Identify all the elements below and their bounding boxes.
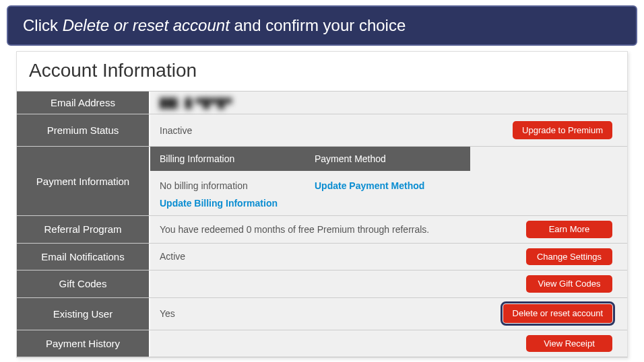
row-gift-codes: Gift Codes View Gift Codes — [17, 270, 627, 297]
label-existing-user: Existing User — [17, 298, 150, 330]
earn-more-button[interactable]: Earn More — [526, 221, 612, 238]
label-notifications: Email Notifications — [17, 244, 150, 270]
payment-section: Billing Information Payment Method No bi… — [150, 147, 627, 215]
update-method-link[interactable]: Update Payment Method — [315, 180, 451, 191]
page-title: Account Information — [17, 52, 627, 91]
account-info-table: Email Address ██▌ █ ▀█▀█▀ Premium Status… — [17, 91, 627, 357]
value-gift-codes: View Gift Codes — [150, 270, 627, 297]
no-billing-text: No billing information — [160, 180, 296, 191]
value-notifications: Active Change Settings — [150, 244, 627, 270]
value-payment-history: View Receipt — [150, 330, 627, 357]
payment-subcontent: No billing information Update Billing In… — [150, 171, 627, 215]
premium-status-text: Inactive — [160, 125, 192, 136]
account-info-panel: Account Information Email Address ██▌ █ … — [16, 51, 628, 358]
payment-subheaders: Billing Information Payment Method — [150, 147, 470, 171]
banner-prefix: Click — [23, 16, 63, 34]
row-referral: Referral Program You have redeemed 0 mon… — [17, 215, 627, 243]
value-existing-user: Yes Delete or reset account — [150, 298, 627, 330]
instruction-banner: Click Delete or reset account and confir… — [7, 5, 637, 46]
label-payment-info: Payment Information — [17, 147, 150, 215]
row-notifications: Email Notifications Active Change Settin… — [17, 243, 627, 270]
row-payment-history: Payment History View Receipt — [17, 330, 627, 358]
label-email: Email Address — [17, 92, 150, 114]
row-payment-info: Payment Information Billing Information … — [17, 146, 627, 215]
change-settings-button[interactable]: Change Settings — [526, 248, 612, 266]
row-email: Email Address ██▌ █ ▀█▀█▀ — [17, 91, 627, 114]
value-email: ██▌ █ ▀█▀█▀ — [150, 92, 627, 114]
update-billing-link[interactable]: Update Billing Information — [160, 198, 296, 209]
row-existing-user: Existing User Yes Delete or reset accoun… — [17, 297, 627, 330]
notifications-text: Active — [160, 251, 185, 262]
referral-text: You have redeemed 0 months of free Premi… — [160, 224, 429, 235]
email-redacted: ██▌ █ ▀█▀█▀ — [160, 98, 232, 108]
label-premium: Premium Status — [17, 114, 150, 146]
row-premium: Premium Status Inactive Upgrade to Premi… — [17, 114, 627, 146]
label-gift-codes: Gift Codes — [17, 270, 150, 297]
billing-info-header: Billing Information — [150, 147, 305, 171]
banner-emphasis: Delete or reset account — [63, 16, 230, 34]
billing-col: No billing information Update Billing In… — [150, 174, 305, 215]
upgrade-premium-button[interactable]: Upgrade to Premium — [513, 121, 612, 140]
label-referral: Referral Program — [17, 216, 150, 243]
value-premium: Inactive Upgrade to Premium — [150, 114, 627, 146]
payment-method-header: Payment Method — [305, 147, 460, 171]
method-col: Update Payment Method — [305, 174, 460, 215]
existing-text: Yes — [160, 308, 175, 319]
label-payment-history: Payment History — [17, 330, 150, 357]
view-receipt-button[interactable]: View Receipt — [526, 335, 612, 353]
delete-reset-account-button[interactable]: Delete or reset account — [503, 304, 612, 323]
banner-suffix: and confirm your choice — [230, 16, 406, 34]
view-gift-codes-button[interactable]: View Gift Codes — [526, 275, 612, 293]
value-referral: You have redeemed 0 months of free Premi… — [150, 216, 627, 243]
